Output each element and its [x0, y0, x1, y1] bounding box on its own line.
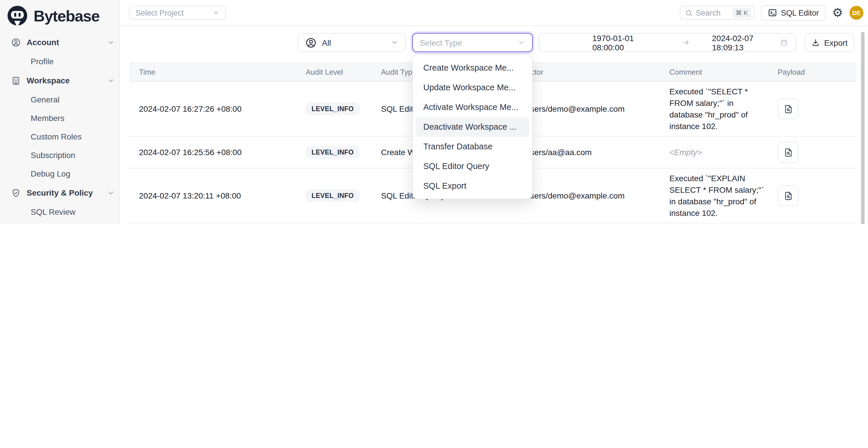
- sidebar-item-label: Workspace: [27, 76, 70, 85]
- menu-item-activate-workspace-member[interactable]: Activate Workspace Me...: [416, 97, 529, 117]
- date-range-picker[interactable]: 1970-01-01 08:00:00 2024-02-07 18:09:13: [538, 33, 796, 52]
- audit-comment: <Empty>: [659, 147, 768, 158]
- sidebar-item-custom-roles[interactable]: Custom Roles: [4, 127, 115, 146]
- sidebar-item-label: Members: [31, 114, 65, 123]
- sidebar-item-security-policy[interactable]: Security & Policy: [0, 183, 119, 202]
- arrow-right-icon: [682, 38, 690, 47]
- bytebase-logo[interactable]: Bytebase: [0, 0, 119, 32]
- audit-comment: Executed `"SELECT * FROM salary;"` in da…: [659, 86, 768, 132]
- project-select[interactable]: Select Project: [129, 6, 226, 20]
- search-placeholder: Search: [696, 8, 721, 17]
- sidebar-item-general[interactable]: General: [4, 90, 115, 109]
- export-button[interactable]: Export: [805, 33, 854, 52]
- table-row: 2024-02-07 13:19:53 +08:00 LEVEL_INFO SQ…: [129, 223, 857, 224]
- sidebar-item-debug-log[interactable]: Debug Log: [4, 164, 115, 183]
- audit-time: 2024-02-07 13:20:11 +08:00: [129, 191, 296, 200]
- menu-item-deactivate-workspace-member[interactable]: Deactivate Workspace ...: [416, 117, 529, 137]
- search-icon: [685, 9, 692, 17]
- sidebar-item-workspace[interactable]: Workspace: [0, 71, 119, 90]
- date-from-value: 1970-01-01 08:00:00: [592, 33, 660, 52]
- app-window: Bytebase Account Profile Workspace Gener…: [0, 0, 868, 224]
- column-header-time: Time: [129, 68, 296, 76]
- file-search-icon: [783, 104, 793, 114]
- sidebar-item-label: Subscription: [31, 151, 75, 160]
- audit-actor: users/demo@example.com: [516, 191, 659, 200]
- type-filter-placeholder: Select Type: [420, 38, 462, 47]
- sidebar-item-label: Account: [27, 38, 59, 47]
- sidebar-item-slow-query[interactable]: Slow Query: [4, 221, 115, 224]
- file-search-icon: [783, 147, 793, 157]
- sql-editor-label: SQL Editor: [781, 8, 819, 17]
- audit-time: 2024-02-07 16:27:26 +08:00: [129, 104, 296, 114]
- topbar: Select Project Search ⌘ K SQL Editor ⚙ D…: [120, 0, 868, 26]
- audit-actor: users/demo@example.com: [516, 104, 659, 114]
- chevron-down-icon: [107, 38, 115, 46]
- filter-bar: All Select Type 1970-01-01 08:00:00 2024…: [120, 33, 868, 52]
- download-icon: [811, 38, 820, 47]
- user-circle-icon: [305, 37, 317, 48]
- type-filter-select[interactable]: Select Type: [412, 33, 533, 52]
- user-circle-icon: [11, 37, 21, 47]
- sidebar-item-label: General: [31, 95, 60, 104]
- audit-actor: users/aa@aa.com: [516, 148, 659, 157]
- payload-view-button[interactable]: [778, 185, 799, 206]
- sidebar-item-label: Debug Log: [31, 169, 70, 178]
- building-icon: [11, 75, 21, 85]
- search-input[interactable]: Search ⌘ K: [680, 6, 754, 20]
- sidebar-item-label: Profile: [31, 57, 54, 66]
- column-header-comment: Comment: [659, 68, 768, 76]
- sidebar-item-subscription[interactable]: Subscription: [4, 146, 115, 164]
- menu-item-update-workspace-member[interactable]: Update Workspace Me...: [416, 77, 529, 97]
- date-to-value: 2024-02-07 18:09:13: [712, 33, 780, 52]
- audit-level-badge: LEVEL_INFO: [306, 146, 360, 159]
- shield-check-icon: [11, 188, 21, 198]
- chevron-down-icon: [213, 9, 219, 16]
- type-filter-dropdown: Create Workspace Me... Update Workspace …: [412, 55, 533, 199]
- project-select-label: Select Project: [135, 8, 184, 17]
- brand-name: Bytebase: [34, 7, 99, 25]
- sidebar-nav: Account Profile Workspace General Member…: [0, 32, 119, 224]
- sidebar: Bytebase Account Profile Workspace Gener…: [0, 0, 120, 224]
- audit-time: 2024-02-07 16:25:56 +08:00: [129, 148, 296, 157]
- menu-item-create-workspace-member[interactable]: Create Workspace Me...: [416, 58, 529, 77]
- payload-view-button[interactable]: [778, 142, 799, 163]
- sidebar-item-label: SQL Review: [31, 207, 75, 217]
- menu-item-transfer-database[interactable]: Transfer Database: [416, 137, 529, 156]
- sidebar-item-label: Custom Roles: [31, 132, 82, 141]
- sidebar-item-sql-review[interactable]: SQL Review: [4, 202, 115, 221]
- column-header-audit-level: Audit Level: [296, 68, 371, 76]
- chevron-down-icon: [518, 39, 525, 46]
- menu-item-sql-editor-query[interactable]: SQL Editor Query: [416, 156, 529, 176]
- member-filter-value: All: [322, 38, 331, 47]
- chevron-down-icon: [391, 39, 398, 46]
- main-content: Select Project Search ⌘ K SQL Editor ⚙ D…: [120, 0, 868, 224]
- column-header-payload: Payload: [768, 68, 857, 76]
- vertical-scrollbar[interactable]: [861, 32, 865, 224]
- member-filter-select[interactable]: All: [298, 33, 406, 52]
- sidebar-item-account[interactable]: Account: [0, 32, 119, 52]
- export-label: Export: [824, 38, 848, 47]
- sidebar-item-members[interactable]: Members: [4, 109, 115, 127]
- file-search-icon: [783, 191, 793, 200]
- bytebase-logo-icon: [6, 5, 29, 28]
- audit-level-badge: LEVEL_INFO: [306, 102, 360, 115]
- chevron-down-icon: [107, 77, 115, 84]
- payload-view-button[interactable]: [778, 98, 799, 119]
- calendar-icon: [780, 38, 787, 47]
- settings-gear-icon[interactable]: ⚙: [832, 7, 843, 19]
- audit-comment: Executed `"EXPLAIN SELECT * FROM salary;…: [659, 172, 768, 219]
- menu-item-sql-export[interactable]: SQL Export: [416, 176, 529, 196]
- audit-level-badge: LEVEL_INFO: [306, 189, 360, 202]
- user-avatar[interactable]: DE: [849, 6, 863, 20]
- chevron-down-icon: [107, 189, 115, 196]
- search-shortcut-badge: ⌘ K: [733, 8, 751, 18]
- topbar-right: Search ⌘ K SQL Editor ⚙ DE: [680, 5, 863, 21]
- column-header-actor: Actor: [516, 68, 659, 76]
- sidebar-item-profile[interactable]: Profile: [4, 52, 115, 71]
- sidebar-item-label: Security & Policy: [27, 188, 93, 197]
- sql-editor-button[interactable]: SQL Editor: [761, 5, 826, 21]
- terminal-icon: [768, 8, 777, 18]
